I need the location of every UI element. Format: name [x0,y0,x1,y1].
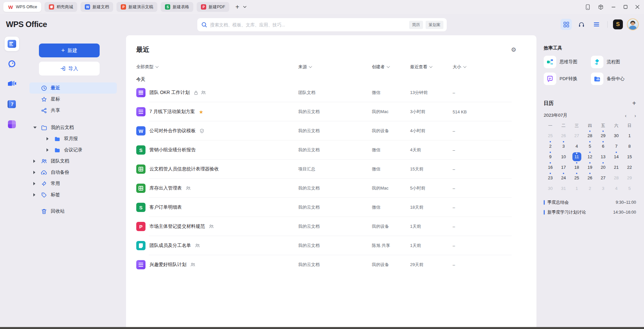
settings-gear-icon[interactable]: ⚙ [511,46,516,53]
tool-mindmap[interactable]: 思维导图 [544,56,591,68]
sidebar-item-recent[interactable]: 最近 [29,82,117,94]
filter-all-types[interactable]: 全部类型 [136,64,158,70]
calendar-day-30[interactable]: 30 [544,183,557,194]
calendar-day-5[interactable]: 5 [583,141,596,151]
menu-button[interactable] [591,19,602,30]
sidebar-item-shared[interactable]: 共享 [29,105,117,116]
calendar-day-29[interactable]: 29 [596,130,610,141]
calendar-next-button[interactable]: › [634,113,636,118]
calendar-day-6[interactable]: 6 [596,141,610,151]
calendar-day-26[interactable]: 26 [583,172,596,183]
calendar-prev-button[interactable]: ‹ [625,113,627,118]
sidebar-item-starred[interactable]: 星标 [29,94,117,105]
rail-calendar-button[interactable]: 7 [5,97,19,111]
calendar-day-15[interactable]: 15 [623,151,636,162]
calendar-day-10[interactable]: 10 [557,151,570,162]
calendar-day-25[interactable]: 25 [544,130,557,141]
calendar-day-7[interactable]: 7 [610,141,623,151]
close-button[interactable] [635,5,639,9]
rail-meeting-button[interactable] [5,77,19,91]
calendar-day-2[interactable]: 2 [583,183,596,194]
calendar-day-2[interactable]: 2 [544,141,557,151]
expand-triangle-icon[interactable] [33,193,35,196]
calendar-day-25[interactable]: 25 [570,172,583,183]
search-tag-resume[interactable]: 简历 [409,21,423,29]
calendar-day-20[interactable]: 20 [596,162,610,172]
file-row[interactable]: W 公司对外合作协议模板 我的云文档 我的设备 4小时前 – [132,121,531,140]
calendar-day-18[interactable]: 18 [570,162,583,172]
svip-badge-icon[interactable]: S [613,19,623,29]
new-tab-button[interactable]: + [235,4,239,10]
expand-triangle-icon[interactable] [33,171,35,174]
file-row[interactable]: S 营销小组业绩分析报告 我的云文档 微信 4天前 – [132,140,531,160]
filter-last-viewed[interactable]: 最近查看 [410,64,432,70]
calendar-day-13[interactable]: 13 [596,151,610,162]
calendar-day-11[interactable]: 11 [570,151,583,162]
calendar-day-21[interactable]: 21 [610,162,623,172]
rail-documents-button[interactable] [5,37,19,51]
file-row[interactable]: 团队成员及分工名单 我的云文档 陈旭 共享 1天前 – [132,236,531,255]
calendar-day-28[interactable]: 28 [610,172,623,183]
expand-triangle-icon[interactable] [33,160,35,163]
minimize-button[interactable] [611,5,616,9]
calendar-day-27[interactable]: 27 [570,130,583,141]
event-item[interactable]: 季度总结会 9:30–11:00 [544,197,636,207]
event-item[interactable]: 新季度学习计划讨论 14:30–16:00 [544,207,636,217]
calendar-day-30[interactable]: 30 [610,130,623,141]
mobile-device-icon[interactable] [585,4,590,10]
sidebar-item-frequent[interactable]: 常用 [29,178,117,189]
user-avatar[interactable] [627,18,639,30]
collapse-triangle-icon[interactable] [33,127,37,129]
add-event-button[interactable]: + [632,100,636,107]
tool-pdf-convert[interactable]: P PDF转换 [544,73,591,85]
calendar-day-31[interactable]: 31 [557,183,570,194]
sidebar-item-auto-backup[interactable]: 自动备份 [29,167,117,178]
calendar-day-27[interactable]: 27 [596,172,610,183]
import-button[interactable]: 导入 [39,62,100,75]
calendar-day-24[interactable]: 24 [557,172,570,183]
expand-triangle-icon[interactable] [47,148,48,152]
file-row[interactable]: S 客户订单明细表 我的云文档 微信 18天前 – [132,198,531,217]
tab-new-spreadsheet[interactable]: S 新建表格 [161,2,193,12]
tab-docer-mall[interactable]: 稻壳商城 [45,2,77,12]
expand-triangle-icon[interactable] [47,137,48,140]
sidebar-item-bimonthly[interactable]: 双月报 [29,133,117,144]
calendar-day-14[interactable]: 14 [610,151,623,162]
sidebar-item-my-cloud-docs[interactable]: 我的云文档 [29,122,117,133]
file-row[interactable]: 云文档管人员信息统计表理器验收 项目汇总 微信 15天前 – [132,160,531,179]
calendar-day-4[interactable]: 4 [570,141,583,151]
calendar-day-3[interactable]: 3 [557,141,570,151]
tab-new-presentation[interactable]: P 新建演示文稿 [116,2,157,12]
file-row[interactable]: 兴趣爱好组队计划 我的云文档 我的设备 29天前 – [132,255,531,274]
expand-triangle-icon[interactable] [33,182,35,185]
calendar-day-4[interactable]: 4 [610,183,623,194]
tool-backup-center[interactable]: 备份中心 [591,73,636,85]
calendar-day-8[interactable]: 8 [623,141,636,151]
tool-flowchart[interactable]: 流程图 [591,56,636,68]
workspace-box-icon[interactable] [598,4,603,10]
search-tag-plan[interactable]: 策划案 [426,21,443,29]
calendar-day-3[interactable]: 3 [596,183,610,194]
new-button[interactable]: + 新建 [39,44,100,57]
file-row[interactable]: 团队 OKR 工作计划 团队文档 微信 13分钟前 – [132,83,531,102]
calendar-day-1[interactable]: 1 [623,130,636,141]
maximize-button[interactable] [624,5,628,9]
sidebar-item-meeting-notes[interactable]: 会议记录 [29,144,117,156]
app-grid-button[interactable] [561,19,572,30]
tab-wps-office[interactable]: W WPS Office [3,2,41,12]
filter-creator[interactable]: 创建者 [372,64,389,70]
calendar-day-26[interactable]: 26 [557,130,570,141]
filter-size[interactable]: 大小 [453,64,466,70]
calendar-day-12[interactable]: 12 [583,151,596,162]
file-row[interactable]: 库存出入管理表 我的云文档 我的Mac 5小时前 – [132,179,531,198]
sidebar-item-team-docs[interactable]: 团队文档 [29,156,117,167]
sidebar-item-tags[interactable]: 标签 [29,189,117,200]
tab-list-chevron-icon[interactable] [243,6,246,8]
rail-apps-button[interactable] [5,117,19,132]
sidebar-item-trash[interactable]: 回收站 [29,206,117,217]
calendar-day-23[interactable]: 23 [544,172,557,183]
file-row[interactable]: 7 月线下活动策划方案 ★ 我的云文档 我的Mac 3小时前 514 KB [132,102,531,121]
file-row[interactable]: P 市场主体登记提交材料规范 我的云文档 我的设备 1天前 – [132,217,531,236]
calendar-day-5[interactable]: 5 [623,183,636,194]
tab-new-document[interactable]: W 新建文档 [80,2,113,12]
